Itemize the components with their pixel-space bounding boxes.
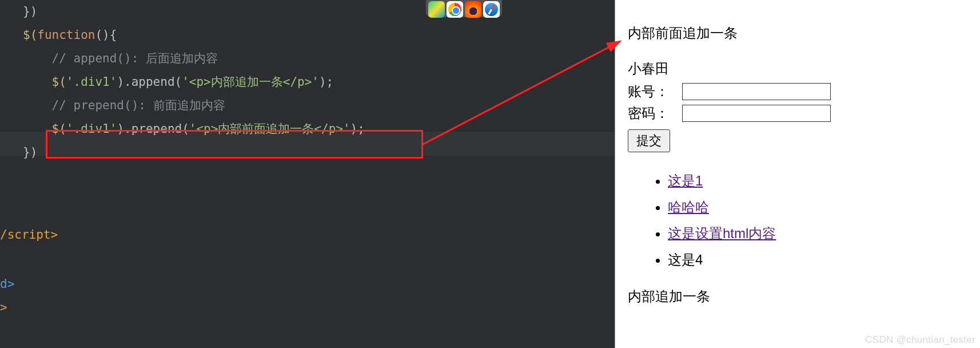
list-item: 这是1 <box>668 172 967 190</box>
list-item-plain: 这是4 <box>668 251 967 269</box>
watermark-text: CSDN @chuntian_tester <box>865 334 975 346</box>
safari-icon[interactable] <box>483 1 500 18</box>
list-item: 哈哈哈 <box>668 198 967 216</box>
password-label: 密码： <box>628 104 682 122</box>
code-line: > <box>0 296 14 319</box>
editor-current-line-highlight <box>0 132 615 156</box>
link-item-1[interactable]: 这是1 <box>668 173 703 188</box>
firefox-icon[interactable] <box>465 1 481 18</box>
code-line: $('.div1').append('<p>内部追加一条</p>'); <box>23 70 615 94</box>
link-item-2[interactable]: 哈哈哈 <box>668 199 709 215</box>
macos-dock <box>426 0 502 17</box>
code-line: // prepend(): 前面追加内容 <box>23 94 615 117</box>
code-line: /script> <box>0 223 58 247</box>
password-row: 密码： <box>628 104 967 122</box>
link-item-3[interactable]: 这是设置html内容 <box>668 226 776 241</box>
code-line: $(function(){ <box>23 23 615 47</box>
form-title: 小春田 <box>628 60 967 78</box>
account-input[interactable] <box>682 83 831 100</box>
append-result-text: 内部追加一条 <box>628 287 967 306</box>
account-label: 账号： <box>628 82 682 101</box>
chrome-icon[interactable] <box>447 1 463 18</box>
code-editor-pane: }) $(function(){ // append(): 后面追加内容 $('… <box>0 0 615 348</box>
submit-button[interactable]: 提交 <box>628 129 670 152</box>
account-row: 账号： <box>628 82 967 101</box>
list-item: 这是设置html内容 <box>668 224 967 243</box>
pycharm-icon[interactable] <box>428 1 445 18</box>
prepend-result-text: 内部前面追加一条 <box>628 24 967 42</box>
link-list: 这是1 哈哈哈 这是设置html内容 这是4 <box>628 172 967 269</box>
code-line: // append(): 后面追加内容 <box>23 47 615 70</box>
code-line: }) <box>23 0 615 23</box>
password-input[interactable] <box>682 105 831 122</box>
root: }) $(function(){ // append(): 后面追加内容 $('… <box>0 0 980 348</box>
browser-output-pane: 内部前面追加一条 小春田 账号： 密码： 提交 这是1 哈哈哈 这是设置html… <box>615 0 980 348</box>
code-line: d> <box>0 272 14 296</box>
